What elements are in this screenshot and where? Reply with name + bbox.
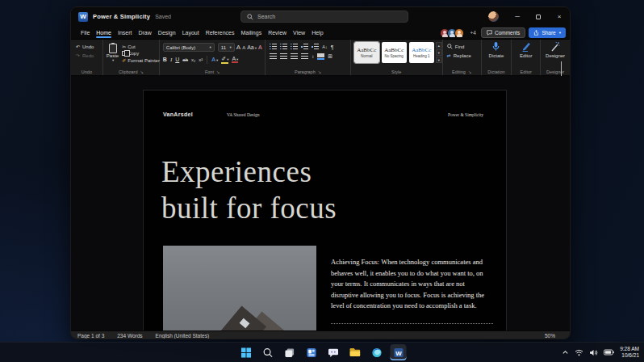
align-center-icon[interactable] bbox=[280, 53, 287, 60]
clear-formatting-button[interactable]: A bbox=[258, 44, 262, 50]
style-gallery-down[interactable]: ▼ bbox=[436, 49, 442, 56]
paragraph-marks-icon[interactable]: ¶ bbox=[331, 44, 334, 50]
bullet-list-icon[interactable] bbox=[270, 44, 277, 50]
font-color-button[interactable]: A▾ bbox=[232, 56, 238, 63]
share-button[interactable]: Share ▾ bbox=[529, 27, 566, 38]
close-button[interactable]: × bbox=[549, 7, 570, 26]
start-button[interactable] bbox=[238, 344, 254, 360]
chat-button[interactable] bbox=[325, 344, 341, 360]
file-explorer-button[interactable] bbox=[347, 344, 363, 360]
menu-references[interactable]: References bbox=[203, 26, 238, 39]
sort-icon[interactable]: A↓ bbox=[322, 44, 327, 49]
dictate-mic-icon bbox=[491, 41, 500, 52]
menu-view[interactable]: View bbox=[290, 26, 308, 39]
collaborator-avatars[interactable] bbox=[442, 28, 464, 38]
wifi-icon[interactable] bbox=[575, 349, 583, 356]
dictate-button[interactable]: Dictate bbox=[489, 41, 504, 58]
bold-button[interactable]: B bbox=[163, 57, 167, 62]
align-right-icon[interactable] bbox=[291, 53, 298, 60]
highlight-color-button[interactable]: ✐▾ bbox=[221, 56, 228, 64]
borders-icon[interactable]: ⊞ bbox=[328, 53, 332, 60]
undo-button[interactable]: ↶ Undo bbox=[76, 42, 102, 51]
edge-icon bbox=[371, 347, 382, 358]
language-indicator[interactable]: English (United States) bbox=[156, 333, 209, 339]
document-body-text[interactable]: Achieving Focus: When technology communi… bbox=[331, 257, 493, 312]
battery-icon[interactable] bbox=[604, 349, 614, 356]
paragraph-launcher-icon[interactable]: ↘ bbox=[318, 69, 321, 74]
taskbar-search-button[interactable] bbox=[260, 344, 276, 360]
justify-icon[interactable] bbox=[301, 53, 308, 60]
font-size-caret: ▾ bbox=[230, 45, 232, 49]
document-heading[interactable]: Experiences built for focus bbox=[161, 154, 337, 226]
numbered-list-icon[interactable] bbox=[280, 44, 287, 50]
style-card-normal[interactable]: AaBbCc Normal bbox=[354, 42, 379, 63]
page-indicator[interactable]: Page 1 of 3 bbox=[77, 333, 104, 339]
font-name-select[interactable]: Calibri (Body)▾ bbox=[163, 43, 215, 52]
align-left-icon[interactable] bbox=[270, 53, 277, 60]
text-effects-button[interactable]: A▾ bbox=[211, 57, 218, 62]
menu-mailings[interactable]: Mailings bbox=[237, 26, 265, 39]
collaborator-avatar-3[interactable] bbox=[454, 28, 464, 38]
underline-button[interactable]: U bbox=[175, 57, 179, 62]
user-avatar[interactable] bbox=[488, 11, 499, 22]
clipboard-launcher-icon[interactable]: ↘ bbox=[140, 69, 144, 74]
menu-review[interactable]: Review bbox=[265, 26, 290, 39]
font-size-select[interactable]: 11▾ bbox=[218, 43, 235, 52]
designer-button[interactable]: Designer bbox=[546, 41, 565, 58]
copy-button[interactable]: Copy bbox=[122, 51, 160, 56]
increase-indent-icon[interactable] bbox=[312, 44, 319, 50]
find-icon bbox=[447, 44, 453, 49]
format-painter-button[interactable]: ✐ Format Painter bbox=[122, 57, 160, 63]
style-card-heading1[interactable]: AaBbCc Heading 1 bbox=[409, 42, 434, 63]
italic-button[interactable]: I bbox=[170, 57, 172, 63]
line-spacing-icon[interactable]: ↕ bbox=[312, 54, 314, 59]
maximize-button[interactable] bbox=[528, 7, 549, 26]
redo-icon: ↷ bbox=[76, 53, 80, 58]
menu-file[interactable]: File bbox=[77, 26, 93, 39]
search-box[interactable]: Search bbox=[240, 11, 408, 23]
menu-help[interactable]: Help bbox=[308, 26, 326, 39]
volume-icon[interactable] bbox=[589, 349, 598, 356]
editor-button[interactable]: Editor bbox=[520, 41, 533, 58]
decrease-indent-icon[interactable] bbox=[301, 44, 308, 50]
zoom-level[interactable]: 50% bbox=[545, 333, 555, 339]
grow-font-button[interactable]: A bbox=[236, 44, 240, 51]
minimize-button[interactable]: ─ bbox=[507, 7, 528, 26]
collaborator-overflow[interactable]: +4 bbox=[470, 30, 476, 36]
style-card-no-spacing[interactable]: AaBbCc No Spacing bbox=[382, 42, 407, 63]
document-image[interactable] bbox=[163, 246, 316, 330]
style-gallery-more[interactable]: ▼ bbox=[436, 57, 442, 63]
subscript-button[interactable]: x₂ bbox=[191, 57, 195, 62]
task-view-button[interactable] bbox=[282, 344, 298, 360]
redo-button[interactable]: ↷ Redo bbox=[76, 51, 102, 60]
style-gallery-up[interactable]: ▲ bbox=[436, 42, 442, 48]
menu-layout[interactable]: Layout bbox=[179, 26, 203, 39]
menu-home[interactable]: Home bbox=[93, 26, 115, 39]
comments-button[interactable]: Comments bbox=[481, 27, 525, 38]
replace-button[interactable]: ⇄ Replace bbox=[447, 51, 481, 60]
collapse-ribbon-button[interactable] bbox=[561, 61, 567, 67]
word-taskbar-button[interactable]: W bbox=[391, 344, 407, 360]
multilevel-list-icon[interactable] bbox=[291, 44, 298, 50]
tray-chevron-up-icon[interactable] bbox=[562, 349, 569, 356]
superscript-button[interactable]: x² bbox=[199, 57, 203, 62]
editing-launcher-icon[interactable]: ↘ bbox=[468, 69, 471, 74]
menu-design[interactable]: Design bbox=[155, 26, 179, 39]
change-case-button[interactable]: Aa▾ bbox=[247, 44, 257, 50]
shrink-font-button[interactable]: A bbox=[242, 45, 245, 50]
ribbon-group-font: Calibri (Body)▾ 11▾ A A Aa▾ A B I U ab x… bbox=[160, 40, 266, 75]
document-page[interactable]: VanArsdel VA Shared Design Power & Simpl… bbox=[143, 90, 507, 330]
shading-icon[interactable] bbox=[317, 53, 324, 60]
cut-icon: ✂ bbox=[122, 44, 126, 49]
menu-draw[interactable]: Draw bbox=[135, 26, 154, 39]
font-launcher-icon[interactable]: ↘ bbox=[216, 69, 220, 74]
word-app-icon: W bbox=[78, 12, 88, 22]
widgets-button[interactable] bbox=[303, 344, 320, 360]
taskbar-clock[interactable]: 9:28 AM 10/6/21 bbox=[620, 346, 639, 359]
find-button[interactable]: Find bbox=[447, 42, 481, 51]
word-count[interactable]: 234 Words bbox=[117, 333, 142, 339]
strikethrough-button[interactable]: ab bbox=[182, 57, 188, 62]
edge-button[interactable] bbox=[369, 344, 385, 360]
cut-button[interactable]: ✂ Cut bbox=[122, 44, 160, 49]
menu-insert[interactable]: Insert bbox=[115, 26, 136, 39]
